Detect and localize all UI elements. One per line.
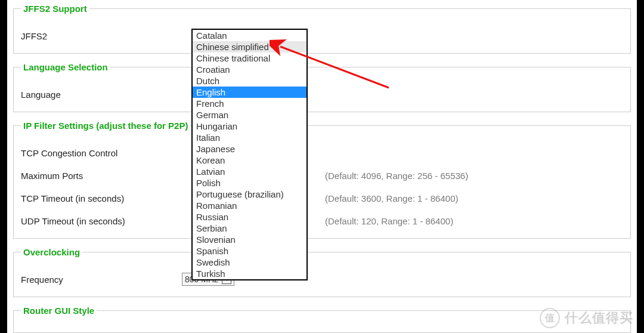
language-option[interactable]: Romanian xyxy=(193,200,306,211)
row-frequency: Frequency 800 MHz ▾ xyxy=(21,272,623,287)
language-option[interactable]: English xyxy=(193,87,306,98)
language-option[interactable]: Slovenian xyxy=(193,234,306,245)
language-dropdown[interactable]: CatalanChinese simplifiedChinese traditi… xyxy=(191,29,308,280)
row-tcp-timeout: TCP Timeout (in seconds) (Default: 3600,… xyxy=(21,190,623,206)
hint-udp-timeout: (Default: 120, Range: 1 - 86400) xyxy=(325,216,453,226)
language-option[interactable]: Japanese xyxy=(193,143,306,155)
watermark-badge: 值 xyxy=(540,308,560,328)
fieldset-overclocking: Overclocking Frequency 800 MHz ▾ xyxy=(13,247,631,297)
language-option[interactable]: Chinese simplified xyxy=(193,41,306,53)
language-option[interactable]: German xyxy=(193,109,306,121)
language-option[interactable]: Latvian xyxy=(193,166,306,177)
fieldset-jffs2: JFFS2 Support JFFS2 xyxy=(13,4,631,54)
page-container: JFFS2 Support JFFS2 Language Selection L… xyxy=(7,0,637,333)
language-option[interactable]: Turkish xyxy=(193,268,306,279)
label-tcp-timeout: TCP Timeout (in seconds) xyxy=(21,193,182,204)
language-option[interactable]: Dutch xyxy=(193,75,306,87)
language-option[interactable]: Croatian xyxy=(193,64,306,75)
language-option[interactable]: Italian xyxy=(193,132,306,143)
hint-max-ports: (Default: 4096, Range: 256 - 65536) xyxy=(325,171,468,181)
language-option[interactable]: Spanish xyxy=(193,245,306,257)
language-option[interactable]: Korean xyxy=(193,155,306,166)
label-tcp-congestion: TCP Congestion Control xyxy=(21,148,182,158)
language-option[interactable]: Serbian xyxy=(193,223,306,234)
legend-language: Language Selection xyxy=(21,62,110,72)
language-option[interactable]: Russian xyxy=(193,211,306,223)
label-frequency: Frequency xyxy=(21,275,182,285)
legend-jffs2: JFFS2 Support xyxy=(21,4,89,14)
fieldset-language: Language Selection Language xyxy=(13,62,631,112)
watermark: 值 什么值得买 xyxy=(540,308,633,328)
label-language: Language xyxy=(21,90,182,100)
row-max-ports: Maximum Ports (Default: 4096, Range: 256… xyxy=(21,168,623,183)
row-language: Language xyxy=(21,87,623,102)
label-udp-timeout: UDP Timeout (in seconds) xyxy=(21,216,182,226)
legend-ipfilter: IP Filter Settings (adjust these for P2P… xyxy=(21,121,190,131)
language-option[interactable]: Catalan xyxy=(193,30,306,41)
legend-gui-style: Router GUI Style xyxy=(21,306,97,316)
language-option[interactable]: Portuguese (brazilian) xyxy=(193,189,306,200)
row-udp-timeout: UDP Timeout (in seconds) (Default: 120, … xyxy=(21,213,623,229)
language-option[interactable]: Polish xyxy=(193,177,306,189)
fieldset-ipfilter: IP Filter Settings (adjust these for P2P… xyxy=(13,121,631,239)
language-option[interactable]: Swedish xyxy=(193,257,306,268)
label-max-ports: Maximum Ports xyxy=(21,171,182,181)
fieldset-gui-style: Router GUI Style xyxy=(13,306,631,333)
language-option[interactable]: French xyxy=(193,98,306,109)
row-tcp-congestion: TCP Congestion Control xyxy=(21,145,623,161)
legend-overclocking: Overclocking xyxy=(21,247,82,257)
row-jffs2: JFFS2 xyxy=(21,28,623,44)
hint-tcp-timeout: (Default: 3600, Range: 1 - 86400) xyxy=(325,193,458,204)
language-option[interactable]: Hungarian xyxy=(193,121,306,132)
watermark-text: 什么值得买 xyxy=(565,309,633,327)
language-option[interactable]: Chinese traditional xyxy=(193,53,306,64)
label-jffs2: JFFS2 xyxy=(21,31,182,41)
